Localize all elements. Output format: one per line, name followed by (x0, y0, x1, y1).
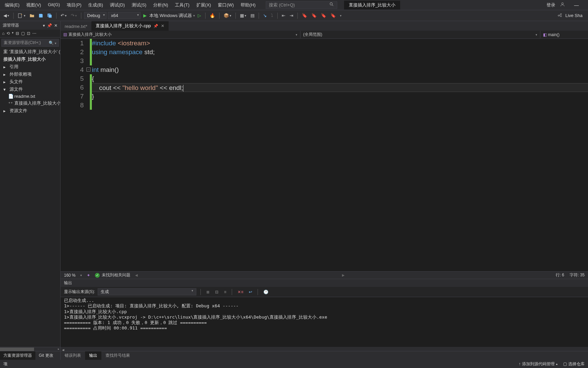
tree-item[interactable]: ▸引用 (0, 63, 60, 71)
breadcrumb-scope-function[interactable]: ◧ main() (540, 32, 588, 38)
sidebar-scrollbar[interactable]: ▸ (0, 347, 60, 351)
save-button[interactable] (37, 13, 45, 19)
search-input[interactable]: 搜索 (Ctrl+Q) (266, 1, 337, 9)
close-panel-icon[interactable]: ✕ (54, 23, 58, 28)
output-scrollbar[interactable]: ◀ (61, 347, 588, 351)
pin-icon[interactable]: 📌 (153, 24, 158, 28)
collapse-icon[interactable]: ⊟ (16, 31, 19, 36)
share-icon[interactable] (558, 13, 562, 18)
start-debug-button[interactable]: ▶ (142, 12, 148, 19)
line-indicator[interactable]: 行: 6 (556, 272, 564, 278)
bookmark-prev-icon[interactable]: 🔖 (310, 12, 318, 19)
sidebar-bottom-tab[interactable]: Git 更改 (35, 351, 57, 360)
menu-item[interactable]: 帮助(H) (237, 1, 259, 10)
line-gutter: 12345678 (61, 39, 92, 271)
intellisense-icon[interactable]: ✦ (87, 273, 90, 278)
menu-item[interactable]: 项目(P) (63, 1, 85, 10)
bookmark-next-icon[interactable]: 🔖 (320, 12, 328, 19)
code-body[interactable]: #include <iostream>using namespace std;−… (92, 39, 588, 271)
open-folder-button[interactable] (28, 13, 36, 19)
indent-right-icon[interactable]: ⇥ (288, 12, 295, 19)
live-share-label[interactable]: Live Sha (565, 13, 583, 18)
solution-search-input[interactable]: 案资源管理器(Ctrl+;) 🔍 ▾ (1, 39, 59, 47)
menu-item[interactable]: 分析(N) (150, 1, 172, 10)
menu-item[interactable]: 调试(D) (107, 1, 128, 10)
output-text[interactable]: 已启动生成... 1>------ 已启动生成: 项目: 直接插入排序_比较大小… (61, 297, 588, 347)
scroll-right-icon[interactable]: ▶ (342, 273, 345, 277)
tree-item[interactable]: ⁺⁺直接插入排序_比较大小.cpp (0, 99, 60, 107)
out-btn-3[interactable]: ≡ (223, 290, 228, 294)
build-icon[interactable]: 📦▾ (222, 12, 233, 19)
output-tab[interactable]: 输出 (85, 351, 101, 360)
svg-text:+: + (21, 13, 22, 16)
clear-output-icon[interactable]: ✕≡ (236, 290, 245, 294)
close-icon[interactable]: ✕ (161, 24, 164, 28)
editor-tab[interactable]: 直接插入排序_比较大小.cpp📌✕ (92, 21, 169, 31)
output-tab[interactable]: 查找符号结果 (101, 351, 134, 360)
step-icon[interactable]: ↘ (262, 12, 268, 19)
col-indicator[interactable]: 字符: 35 (570, 272, 585, 278)
breadcrumb-scope-project[interactable]: ▤直接插入排序_比较大小 ▾ (61, 31, 300, 38)
tree-item[interactable]: ▸头文件 (0, 78, 60, 86)
window-title-badge: 直接插入排序_比较大小 (344, 1, 400, 10)
indent-left-icon[interactable]: ⇤ (280, 12, 287, 19)
fold-icon[interactable]: − (86, 67, 91, 72)
platform-dropdown[interactable]: x64 (108, 12, 141, 19)
sidebar-bottom-tab[interactable]: 方案资源管理器 (0, 351, 35, 360)
back-button[interactable]: ◀▾ (2, 12, 11, 19)
out-btn-1[interactable]: ≣ (205, 290, 211, 294)
breadcrumb-scope-global[interactable]: (全局范围) ▾ (300, 31, 540, 38)
output-source-dropdown[interactable]: 生成▾ (98, 288, 196, 295)
sync-icon[interactable]: ⟲ (6, 31, 10, 36)
scroll-left-icon[interactable]: ◀ (135, 273, 138, 277)
tree-item[interactable]: ▾源文件 (0, 86, 60, 93)
select-repo-button[interactable]: ▢ 选择仓库 (563, 361, 585, 367)
tree-item[interactable]: 接插入排序_比较大小 (0, 56, 60, 63)
menu-item[interactable]: 生成(B) (85, 1, 106, 10)
autohide-icon[interactable]: ▾ (43, 23, 45, 28)
config-dropdown[interactable]: Debug (84, 12, 107, 19)
new-file-button[interactable]: +▾ (16, 12, 27, 19)
layout-icon[interactable]: ▦▾ (239, 12, 248, 19)
clock-icon[interactable]: 🕐 (262, 290, 270, 294)
tree-item[interactable]: ▸资源文件 (0, 107, 60, 114)
zoom-level[interactable]: 160 % (64, 273, 76, 278)
tree-item[interactable]: 📄readme.txt (0, 93, 60, 99)
bookmark-icon[interactable]: 🔖 (300, 12, 309, 19)
undo-button[interactable]: ↶▾ (59, 12, 68, 19)
tree-item[interactable]: ▸外部依赖项 (0, 71, 60, 78)
code-editor[interactable]: 12345678 #include <iostream>using namesp… (61, 39, 588, 271)
solution-explorer-title: 源管理器 ▾ 📌 ✕ (0, 21, 60, 30)
menu-item[interactable]: 扩展(X) (193, 1, 214, 10)
start-without-debug-button[interactable]: ▷ (196, 12, 202, 19)
minimize-button[interactable]: — (570, 2, 583, 8)
login-link[interactable]: 登录 (546, 2, 555, 8)
grid-icon[interactable]: ▤ (249, 12, 256, 19)
bookmark-clear-icon[interactable]: 🔖 (329, 12, 337, 19)
redo-button[interactable]: ↷▾ (69, 12, 78, 19)
issues-label[interactable]: 未找到相关问题 (102, 272, 130, 278)
source-control-button[interactable]: ↑ 添加到源代码管理 ▴ (519, 361, 558, 367)
show-all-icon[interactable]: ▢ (21, 31, 25, 36)
home-icon[interactable]: ⌂ (2, 31, 4, 36)
user-icon[interactable] (560, 2, 565, 8)
step-over-icon[interactable]: ⤵ (270, 12, 275, 19)
menu-item[interactable]: 窗口(W) (214, 1, 237, 10)
tree-item[interactable]: 案 '直接插入排序_比较大小' (1 · (0, 48, 60, 56)
save-all-button[interactable] (46, 13, 53, 19)
menu-item[interactable]: Git(G) (45, 1, 63, 10)
menu-item[interactable]: 编辑(E) (1, 1, 23, 10)
debugger-label[interactable]: 本地 Windows 调试器 (149, 13, 192, 19)
menu-item[interactable]: 工具(T) (172, 1, 193, 10)
out-btn-2[interactable]: ⊟ (214, 290, 220, 294)
pin-icon[interactable]: 📌 (47, 23, 52, 28)
more-icon[interactable]: ⋯ (32, 31, 36, 36)
properties-icon[interactable]: ⊡ (27, 31, 30, 36)
solution-tree[interactable]: 案 '直接插入排序_比较大小' (1 ·接插入排序_比较大小▸引用▸外部依赖项▸… (0, 48, 60, 347)
editor-tab[interactable]: readme.txt* (61, 22, 92, 31)
output-tab[interactable]: 错误列表 (61, 351, 85, 360)
menu-item[interactable]: 测试(S) (128, 1, 150, 10)
wrap-icon[interactable]: ↩ (247, 290, 254, 294)
menu-item[interactable]: 视图(V) (23, 1, 44, 10)
wrench-icon[interactable]: ▾ (12, 31, 14, 36)
